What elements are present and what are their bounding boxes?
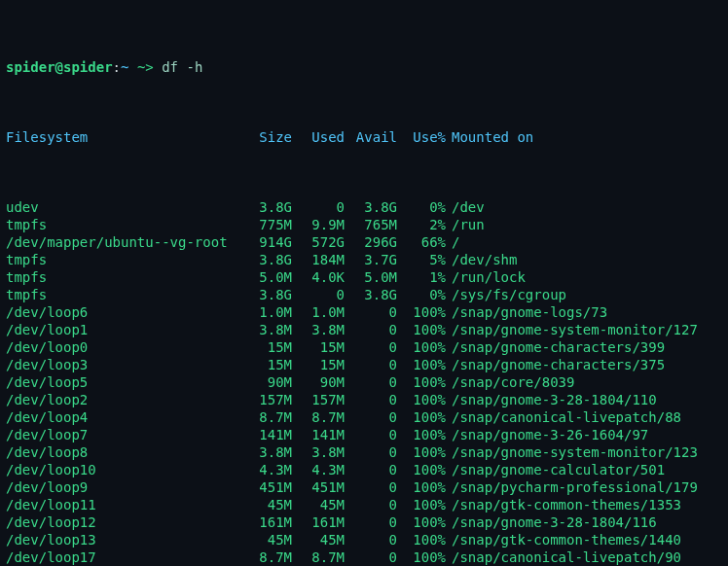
table-body: udev3.8G03.8G0%/devtmpfs775M9.9M765M2%/r…: [6, 198, 722, 566]
cell-mounted: /snap/gnome-system-monitor/123: [446, 443, 698, 461]
cell-avail: 0: [345, 338, 397, 356]
cell-avail: 0: [345, 548, 397, 566]
prompt-colon: :: [113, 58, 121, 76]
table-row: /dev/loop12161M161M0100%/snap/gnome-3-28…: [6, 513, 722, 531]
cell-size: 8.7M: [249, 548, 292, 566]
cell-used: 8.7M: [292, 408, 345, 426]
table-row: /dev/loop104.3M4.3M0100%/snap/gnome-calc…: [6, 461, 722, 478]
cell-mounted: /snap/core/8039: [446, 373, 574, 391]
cell-used: 157M: [292, 391, 345, 408]
header-usep: Use%: [397, 128, 446, 146]
table-row: /dev/loop315M15M0100%/snap/gnome-charact…: [6, 356, 722, 373]
cell-mounted: /snap/pycharm-professional/179: [446, 478, 698, 496]
cell-mounted: /sys/fs/cgroup: [446, 286, 566, 303]
cell-size: 3.8M: [249, 443, 292, 461]
cell-used: 4.3M: [292, 461, 345, 478]
cell-size: 775M: [249, 216, 292, 233]
table-row: /dev/loop13.8M3.8M0100%/snap/gnome-syste…: [6, 321, 722, 338]
cell-used: 451M: [292, 478, 345, 496]
cell-filesystem: /dev/loop8: [6, 443, 249, 461]
cell-used: 141M: [292, 426, 345, 443]
prompt-line: spider@spider:~ ~> df -h: [6, 58, 722, 76]
cell-usep: 100%: [397, 461, 446, 478]
table-row: /dev/loop61.0M1.0M0100%/snap/gnome-logs/…: [6, 303, 722, 321]
cell-avail: 0: [345, 408, 397, 426]
cell-mounted: /run/lock: [446, 268, 526, 286]
cell-size: 141M: [249, 426, 292, 443]
cell-used: 572G: [292, 233, 345, 251]
cell-used: 8.7M: [292, 548, 345, 566]
cell-used: 45M: [292, 531, 345, 548]
cell-mounted: /snap/gtk-common-themes/1440: [446, 531, 681, 548]
cell-filesystem: udev: [6, 198, 249, 216]
cell-filesystem: /dev/loop11: [6, 496, 249, 513]
cell-size: 15M: [249, 356, 292, 373]
cell-used: 9.9M: [292, 216, 345, 233]
prompt-arrow: ~>: [128, 58, 162, 76]
cell-avail: 0: [345, 443, 397, 461]
cell-avail: 0: [345, 531, 397, 548]
cell-filesystem: /dev/loop0: [6, 338, 249, 356]
cell-filesystem: /dev/loop10: [6, 461, 249, 478]
table-row: /dev/loop7141M141M0100%/snap/gnome-3-26-…: [6, 426, 722, 443]
cell-avail: 765M: [345, 216, 397, 233]
cell-used: 90M: [292, 373, 345, 391]
cell-mounted: /snap/canonical-livepatch/88: [446, 408, 681, 426]
cell-mounted: /snap/gnome-characters/399: [446, 338, 665, 356]
cell-size: 4.3M: [249, 461, 292, 478]
cell-size: 157M: [249, 391, 292, 408]
table-row: /dev/loop48.7M8.7M0100%/snap/canonical-l…: [6, 408, 722, 426]
cell-mounted: /dev/shm: [446, 251, 517, 268]
cell-size: 3.8G: [249, 198, 292, 216]
cell-mounted: /snap/gtk-common-themes/1353: [446, 496, 681, 513]
cell-used: 15M: [292, 338, 345, 356]
cell-usep: 100%: [397, 531, 446, 548]
cell-size: 90M: [249, 373, 292, 391]
cell-size: 3.8M: [249, 321, 292, 338]
header-filesystem: Filesystem: [6, 128, 249, 146]
header-used: Used: [292, 128, 345, 146]
cell-usep: 0%: [397, 198, 446, 216]
cell-avail: 0: [345, 513, 397, 531]
cell-avail: 0: [345, 461, 397, 478]
cell-size: 45M: [249, 531, 292, 548]
cell-used: 45M: [292, 496, 345, 513]
cell-filesystem: /dev/loop17: [6, 548, 249, 566]
cell-usep: 100%: [397, 373, 446, 391]
cell-size: 451M: [249, 478, 292, 496]
table-row: tmpfs5.0M4.0K5.0M1%/run/lock: [6, 268, 722, 286]
cell-mounted: /: [446, 233, 459, 251]
cell-usep: 100%: [397, 496, 446, 513]
cell-avail: 0: [345, 356, 397, 373]
table-row: /dev/loop1145M45M0100%/snap/gtk-common-t…: [6, 496, 722, 513]
cell-avail: 3.8G: [345, 198, 397, 216]
table-row: tmpfs3.8G03.8G0%/sys/fs/cgroup: [6, 286, 722, 303]
cell-avail: 0: [345, 321, 397, 338]
cell-size: 15M: [249, 338, 292, 356]
cell-mounted: /snap/gnome-3-28-1804/116: [446, 513, 657, 531]
cell-mounted: /snap/gnome-logs/73: [446, 303, 607, 321]
cell-usep: 1%: [397, 268, 446, 286]
cell-usep: 100%: [397, 356, 446, 373]
cell-usep: 100%: [397, 338, 446, 356]
cell-mounted: /snap/gnome-system-monitor/127: [446, 321, 698, 338]
terminal[interactable]: spider@spider:~ ~> df -h Filesystem Size…: [0, 0, 728, 566]
cell-used: 15M: [292, 356, 345, 373]
cell-mounted: /dev: [446, 198, 485, 216]
cell-mounted: /snap/gnome-characters/375: [446, 356, 665, 373]
cell-usep: 100%: [397, 408, 446, 426]
cell-size: 5.0M: [249, 268, 292, 286]
cell-usep: 100%: [397, 391, 446, 408]
cell-filesystem: /dev/loop6: [6, 303, 249, 321]
cell-mounted: /snap/canonical-livepatch/90: [446, 548, 681, 566]
header-size: Size: [249, 128, 292, 146]
cell-filesystem: /dev/loop7: [6, 426, 249, 443]
table-row: /dev/loop015M15M0100%/snap/gnome-charact…: [6, 338, 722, 356]
cell-used: 0: [292, 286, 345, 303]
cell-filesystem: /dev/loop1: [6, 321, 249, 338]
cell-filesystem: /dev/loop3: [6, 356, 249, 373]
cell-filesystem: tmpfs: [6, 268, 249, 286]
cell-size: 1.0M: [249, 303, 292, 321]
cell-avail: 5.0M: [345, 268, 397, 286]
cell-avail: 0: [345, 391, 397, 408]
